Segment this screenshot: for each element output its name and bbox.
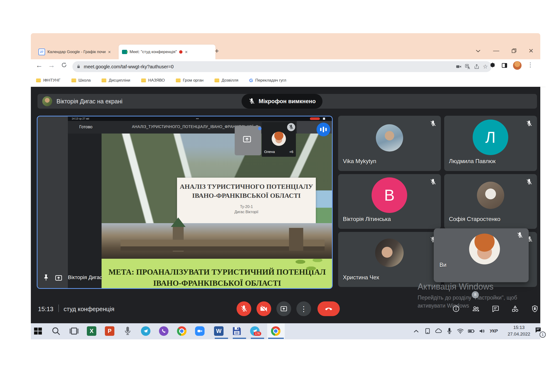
mic-off-icon — [526, 120, 533, 127]
bookmark-item[interactable]: НАЗЯВО — [141, 78, 165, 83]
camera-icon[interactable] — [456, 64, 462, 70]
bookmark-star-icon[interactable]: ☆ — [483, 63, 488, 70]
browser-menu-icon[interactable]: ⋮ — [527, 61, 533, 69]
tower-spire — [171, 217, 186, 227]
forward-icon[interactable]: → — [48, 61, 55, 69]
taskbar-save-app[interactable] — [232, 326, 242, 336]
activities-icon[interactable] — [511, 305, 519, 313]
slide-title-2: ІВАНО-ФРАНКІВСЬКОЇ ОБЛАСТІ — [177, 192, 316, 200]
more-options-button[interactable]: ⋮ — [296, 301, 311, 316]
taskbar-powerpoint[interactable]: P — [104, 326, 115, 336]
pin-icon[interactable] — [42, 273, 50, 282]
present-button[interactable] — [277, 301, 291, 316]
present-icon — [280, 305, 288, 313]
participant-tile[interactable]: В Вікторія Літинська — [338, 174, 441, 229]
hangup-icon — [324, 305, 333, 313]
camera-toggle-button[interactable] — [256, 301, 271, 316]
task-view-button[interactable] — [69, 326, 79, 336]
folder-icon — [71, 78, 76, 82]
mic-off-icon — [526, 178, 533, 185]
windows-activation-line2: Перейдіть до розділу "Настройки", щоб — [418, 294, 517, 301]
bookmark-item[interactable]: Дисципліни — [102, 78, 130, 83]
people-icon[interactable] — [472, 305, 480, 313]
back-icon[interactable]: ← — [36, 61, 43, 69]
folder-icon — [102, 78, 106, 82]
tab-meet-active[interactable]: Meet: "студ конференція" × — [119, 45, 215, 59]
bookmark-item[interactable]: ІФНТУНГ — [36, 78, 60, 83]
tab-close-icon[interactable]: × — [108, 49, 111, 55]
reload-icon[interactable] — [61, 62, 67, 68]
participant-tile[interactable]: Софія Старостенко — [444, 174, 537, 229]
taskbar-telegram[interactable] — [140, 326, 151, 336]
presentation-audio-indicator[interactable] — [316, 123, 330, 136]
taskbar-voice-recorder[interactable] — [123, 326, 133, 336]
participant-tile[interactable]: Vika Mykytyn — [338, 116, 441, 171]
taskbar-chrome-active[interactable] — [270, 326, 281, 336]
participant-tile[interactable]: Л Людмила Павлюк — [444, 116, 537, 171]
meeting-time: 15:13 — [38, 306, 53, 313]
taskbar-viber[interactable] — [159, 326, 169, 336]
url-text[interactable]: meet.google.com/taf-wwgt-rky?authuser=0 — [84, 64, 453, 70]
slide-meta-text-2: ІВАНО-ФРАНКІВСЬКОЇ ОБЛАСТІ — [102, 279, 333, 288]
tab-close-icon[interactable]: × — [185, 49, 188, 55]
bookmark-item[interactable]: Дозвілля — [214, 78, 239, 83]
taskbar-word[interactable]: W — [213, 326, 224, 336]
avatar — [477, 182, 504, 209]
host-controls-icon[interactable] — [531, 305, 539, 313]
folder-icon — [141, 78, 146, 82]
running-indicator — [215, 338, 228, 339]
slide-title: АНАЛІЗ ТУРИСТИЧНОГО ПОТЕНЦІАЛУ — [177, 183, 316, 190]
window-close-icon[interactable]: × — [529, 46, 533, 55]
translate-icon[interactable] — [465, 64, 471, 70]
start-button[interactable] — [33, 326, 43, 336]
chat-icon[interactable] — [491, 305, 499, 313]
new-tab-button[interactable]: + — [215, 47, 219, 55]
address-bar[interactable]: meet.google.com/taf-wwgt-rky?authuser=0 … — [72, 61, 492, 72]
tab-calendar[interactable]: 27 Календар Google - Графік почи × — [35, 45, 122, 59]
screenshare-icon — [54, 274, 64, 282]
folder-icon — [36, 78, 41, 82]
slide-subtitle-2: Дигас Вікторії — [177, 210, 316, 214]
language-indicator[interactable]: УКР — [490, 329, 498, 334]
participant-name: Людмила Павлюк — [449, 158, 496, 164]
leave-call-button[interactable] — [317, 301, 340, 316]
bookmark-item-translate[interactable]: GПерекладач гугл — [249, 78, 286, 83]
participant-name: Софія Старостенко — [449, 216, 500, 222]
taskbar-excel[interactable]: X — [86, 326, 97, 336]
tray-mic-icon[interactable] — [445, 327, 453, 335]
battery-icon[interactable] — [467, 327, 475, 335]
profile-avatar[interactable] — [513, 61, 522, 70]
onedrive-icon[interactable] — [435, 327, 442, 335]
clock-date[interactable]: 27.04.2022 — [505, 332, 533, 337]
slide-canvas: АНАЛІЗ ТУРИСТИЧНОГО ПОТЕНЦІАЛУ ІВАНО-ФРА… — [102, 134, 333, 288]
present-box-icon — [241, 135, 253, 144]
bookmark-item[interactable]: Гром орган — [176, 78, 204, 83]
tray-device-icon[interactable] — [424, 327, 431, 335]
wifi-icon[interactable] — [457, 327, 464, 335]
recording-pill — [310, 117, 320, 120]
window-restore-icon[interactable] — [511, 47, 517, 54]
bookmarks-bar: ІФНТУНГ Школа Дисципліни НАЗЯВО Гром орг… — [31, 74, 546, 87]
olena-avatar — [272, 132, 286, 146]
bookmark-item[interactable]: Школа — [71, 78, 91, 83]
share-icon[interactable] — [474, 64, 480, 70]
participant-tile[interactable]: Христина Чех — [338, 232, 441, 287]
letter-avatar: Л — [473, 120, 508, 155]
search-button[interactable] — [51, 326, 61, 336]
volume-icon[interactable] — [478, 327, 486, 335]
taskbar-telegram-2[interactable]: 176 — [250, 326, 260, 336]
mic-toggle-button[interactable] — [237, 301, 251, 316]
window-menu-icon[interactable] — [475, 47, 482, 55]
presentation-tile[interactable]: 14:13 ср 27 кві ••• Готово АНАЛІЗ_ТУРИСТ… — [37, 116, 333, 289]
window-minimize-icon[interactable]: — — [493, 47, 499, 54]
self-tile[interactable]: Ви — [434, 228, 529, 282]
clock-time[interactable]: 15:13 — [505, 325, 533, 330]
olena-label: Олена — [264, 150, 275, 154]
tray-overflow-icon[interactable] — [412, 327, 420, 335]
sidebar-icon[interactable] — [501, 62, 508, 69]
extensions-icon[interactable] — [489, 62, 496, 69]
taskbar-zoom[interactable] — [195, 326, 205, 336]
info-icon[interactable] — [452, 305, 460, 313]
presenter-tile-label: Вікторія Дигас — [68, 274, 102, 281]
taskbar-chrome[interactable] — [176, 326, 187, 336]
